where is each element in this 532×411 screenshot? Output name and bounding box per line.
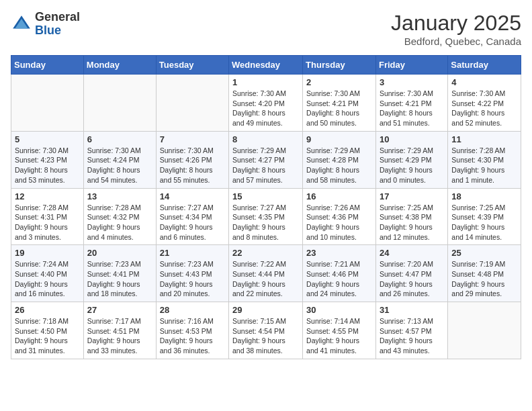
- page-header: General Blue January 2025 Bedford, Quebe…: [11, 11, 521, 47]
- calendar-cell: 26Sunrise: 7:18 AM Sunset: 4:50 PM Dayli…: [11, 302, 84, 359]
- calendar-week-row: 19Sunrise: 7:24 AM Sunset: 4:40 PM Dayli…: [11, 245, 521, 302]
- calendar-cell: 31Sunrise: 7:13 AM Sunset: 4:57 PM Dayli…: [375, 302, 447, 359]
- logo-general: General: [35, 11, 80, 24]
- day-info: Sunrise: 7:30 AM Sunset: 4:24 PM Dayligh…: [87, 146, 152, 185]
- day-info: Sunrise: 7:30 AM Sunset: 4:21 PM Dayligh…: [380, 89, 444, 128]
- calendar-cell: 27Sunrise: 7:17 AM Sunset: 4:51 PM Dayli…: [83, 302, 156, 359]
- day-number: 17: [380, 191, 444, 201]
- day-info: Sunrise: 7:23 AM Sunset: 4:41 PM Dayligh…: [87, 259, 152, 299]
- calendar-cell: [11, 75, 84, 132]
- day-number: 3: [380, 77, 444, 87]
- logo-text: General Blue: [35, 11, 80, 38]
- calendar-week-row: 1Sunrise: 7:30 AM Sunset: 4:20 PM Daylig…: [11, 75, 521, 132]
- calendar-cell: 9Sunrise: 7:29 AM Sunset: 4:28 PM Daylig…: [303, 131, 376, 188]
- day-number: 23: [306, 248, 372, 258]
- day-number: 31: [380, 305, 444, 315]
- calendar-week-row: 12Sunrise: 7:28 AM Sunset: 4:31 PM Dayli…: [11, 188, 521, 245]
- calendar-cell: 18Sunrise: 7:25 AM Sunset: 4:39 PM Dayli…: [448, 188, 521, 245]
- day-info: Sunrise: 7:17 AM Sunset: 4:51 PM Dayligh…: [87, 316, 152, 356]
- day-info: Sunrise: 7:30 AM Sunset: 4:26 PM Dayligh…: [160, 146, 225, 185]
- day-info: Sunrise: 7:25 AM Sunset: 4:38 PM Dayligh…: [380, 203, 444, 242]
- calendar-cell: 17Sunrise: 7:25 AM Sunset: 4:38 PM Dayli…: [375, 188, 447, 245]
- calendar-cell: 21Sunrise: 7:23 AM Sunset: 4:43 PM Dayli…: [156, 245, 228, 302]
- title-block: January 2025 Bedford, Quebec, Canada: [391, 11, 521, 47]
- day-number: 14: [160, 191, 225, 201]
- day-number: 30: [306, 305, 372, 315]
- calendar-cell: 8Sunrise: 7:29 AM Sunset: 4:27 PM Daylig…: [229, 131, 303, 188]
- day-info: Sunrise: 7:30 AM Sunset: 4:23 PM Dayligh…: [15, 146, 80, 185]
- day-info: Sunrise: 7:27 AM Sunset: 4:34 PM Dayligh…: [160, 203, 225, 242]
- day-info: Sunrise: 7:28 AM Sunset: 4:31 PM Dayligh…: [15, 203, 80, 242]
- day-info: Sunrise: 7:30 AM Sunset: 4:22 PM Dayligh…: [451, 89, 517, 128]
- calendar-cell: 11Sunrise: 7:28 AM Sunset: 4:30 PM Dayli…: [448, 131, 521, 188]
- weekday-header: Tuesday: [156, 56, 228, 75]
- day-number: 18: [451, 191, 517, 201]
- calendar-cell: [448, 302, 521, 359]
- calendar-cell: 4Sunrise: 7:30 AM Sunset: 4:22 PM Daylig…: [448, 75, 521, 132]
- day-number: 15: [232, 191, 299, 201]
- day-info: Sunrise: 7:25 AM Sunset: 4:39 PM Dayligh…: [451, 203, 517, 242]
- day-info: Sunrise: 7:29 AM Sunset: 4:27 PM Dayligh…: [232, 146, 299, 185]
- day-number: 27: [87, 305, 152, 315]
- day-number: 25: [451, 248, 517, 258]
- day-info: Sunrise: 7:29 AM Sunset: 4:29 PM Dayligh…: [380, 146, 444, 185]
- day-number: 19: [15, 248, 80, 258]
- weekday-header: Wednesday: [229, 56, 303, 75]
- day-number: 26: [15, 305, 80, 315]
- calendar-cell: 19Sunrise: 7:24 AM Sunset: 4:40 PM Dayli…: [11, 245, 84, 302]
- day-number: 20: [87, 248, 152, 258]
- calendar-cell: 24Sunrise: 7:20 AM Sunset: 4:47 PM Dayli…: [375, 245, 447, 302]
- day-number: 10: [380, 134, 444, 144]
- calendar-cell: 5Sunrise: 7:30 AM Sunset: 4:23 PM Daylig…: [11, 131, 84, 188]
- calendar-cell: 2Sunrise: 7:30 AM Sunset: 4:21 PM Daylig…: [303, 75, 376, 132]
- calendar-cell: 10Sunrise: 7:29 AM Sunset: 4:29 PM Dayli…: [375, 131, 447, 188]
- calendar-cell: 3Sunrise: 7:30 AM Sunset: 4:21 PM Daylig…: [375, 75, 447, 132]
- day-info: Sunrise: 7:30 AM Sunset: 4:20 PM Dayligh…: [232, 89, 299, 128]
- calendar-cell: 7Sunrise: 7:30 AM Sunset: 4:26 PM Daylig…: [156, 131, 228, 188]
- calendar-cell: 12Sunrise: 7:28 AM Sunset: 4:31 PM Dayli…: [11, 188, 84, 245]
- calendar-cell: 30Sunrise: 7:14 AM Sunset: 4:55 PM Dayli…: [303, 302, 376, 359]
- day-number: 28: [160, 305, 225, 315]
- calendar-cell: 29Sunrise: 7:15 AM Sunset: 4:54 PM Dayli…: [229, 302, 303, 359]
- day-info: Sunrise: 7:20 AM Sunset: 4:47 PM Dayligh…: [380, 259, 444, 299]
- day-info: Sunrise: 7:30 AM Sunset: 4:21 PM Dayligh…: [306, 89, 372, 128]
- weekday-header-row: SundayMondayTuesdayWednesdayThursdayFrid…: [11, 56, 521, 75]
- day-number: 1: [232, 77, 299, 87]
- calendar-cell: [156, 75, 228, 132]
- day-info: Sunrise: 7:21 AM Sunset: 4:46 PM Dayligh…: [306, 259, 372, 299]
- day-number: 4: [451, 77, 517, 87]
- day-number: 12: [15, 191, 80, 201]
- weekday-header: Thursday: [303, 56, 376, 75]
- calendar-cell: 1Sunrise: 7:30 AM Sunset: 4:20 PM Daylig…: [229, 75, 303, 132]
- day-number: 13: [87, 191, 152, 201]
- logo-blue: Blue: [35, 24, 80, 38]
- day-info: Sunrise: 7:26 AM Sunset: 4:36 PM Dayligh…: [306, 203, 372, 242]
- calendar-cell: 22Sunrise: 7:22 AM Sunset: 4:44 PM Dayli…: [229, 245, 303, 302]
- weekday-header: Monday: [83, 56, 156, 75]
- day-number: 24: [380, 248, 444, 258]
- weekday-header: Saturday: [448, 56, 521, 75]
- day-info: Sunrise: 7:27 AM Sunset: 4:35 PM Dayligh…: [232, 203, 299, 242]
- calendar-cell: 23Sunrise: 7:21 AM Sunset: 4:46 PM Dayli…: [303, 245, 376, 302]
- calendar-cell: 15Sunrise: 7:27 AM Sunset: 4:35 PM Dayli…: [229, 188, 303, 245]
- calendar-cell: 14Sunrise: 7:27 AM Sunset: 4:34 PM Dayli…: [156, 188, 228, 245]
- day-number: 5: [15, 134, 80, 144]
- day-number: 8: [232, 134, 299, 144]
- day-number: 9: [306, 134, 372, 144]
- day-number: 7: [160, 134, 225, 144]
- day-info: Sunrise: 7:23 AM Sunset: 4:43 PM Dayligh…: [160, 259, 225, 299]
- day-info: Sunrise: 7:15 AM Sunset: 4:54 PM Dayligh…: [232, 316, 299, 356]
- month-title: January 2025: [391, 11, 521, 36]
- day-number: 6: [87, 134, 152, 144]
- logo-icon: [11, 13, 32, 35]
- day-info: Sunrise: 7:24 AM Sunset: 4:40 PM Dayligh…: [15, 259, 80, 299]
- calendar: SundayMondayTuesdayWednesdayThursdayFrid…: [11, 55, 521, 359]
- logo: General Blue: [11, 11, 80, 38]
- weekday-header: Sunday: [11, 56, 84, 75]
- day-info: Sunrise: 7:29 AM Sunset: 4:28 PM Dayligh…: [306, 146, 372, 185]
- day-info: Sunrise: 7:13 AM Sunset: 4:57 PM Dayligh…: [380, 316, 444, 356]
- calendar-week-row: 26Sunrise: 7:18 AM Sunset: 4:50 PM Dayli…: [11, 302, 521, 359]
- calendar-cell: 25Sunrise: 7:19 AM Sunset: 4:48 PM Dayli…: [448, 245, 521, 302]
- calendar-cell: 20Sunrise: 7:23 AM Sunset: 4:41 PM Dayli…: [83, 245, 156, 302]
- day-number: 29: [232, 305, 299, 315]
